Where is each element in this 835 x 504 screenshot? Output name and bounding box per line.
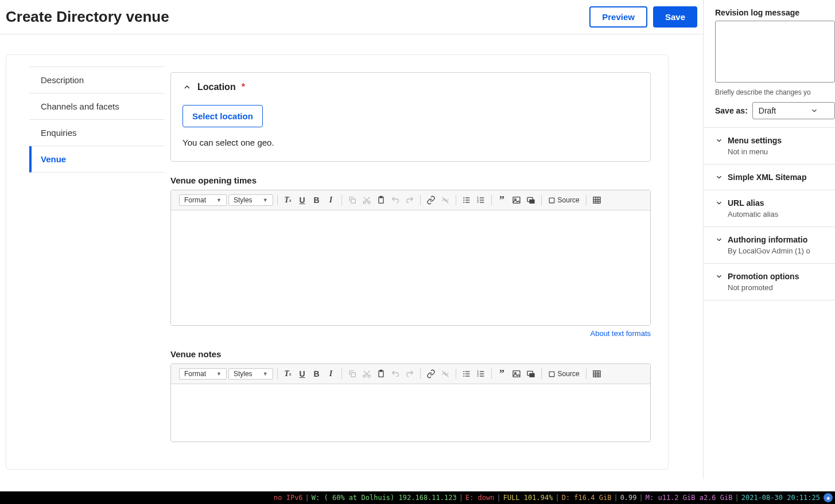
source-button[interactable]: Source [546,370,582,378]
bluetooth-icon[interactable]: ✱ [824,493,833,502]
link-icon[interactable] [425,194,437,206]
svg-rect-45 [480,371,484,372]
styles-dropdown[interactable]: Styles▼ [228,368,273,380]
svg-rect-19 [480,202,484,202]
table-icon[interactable] [591,194,603,206]
preview-button[interactable]: Preview [589,6,647,28]
accordion-subtitle: Not in menu [728,147,835,156]
svg-point-42 [463,376,464,377]
svg-rect-41 [465,373,469,374]
svg-rect-55 [593,371,600,377]
revision-log-textarea[interactable] [715,21,835,83]
cut-icon[interactable] [360,194,373,206]
image-icon[interactable] [510,368,523,380]
status-load: 0.99 [619,494,638,502]
tab-venue[interactable]: Venue [29,146,165,173]
required-mark: * [242,82,245,92]
bullet-list-icon[interactable] [460,368,473,380]
opening-times-editor: Format▼ Styles▼ Tx U B I [170,190,651,326]
status-datetime: 2021-08-30 20:11:25 [740,494,821,502]
tab-label: Enquiries [41,128,77,138]
number-list-icon[interactable]: 123 [475,194,487,206]
vertical-tabs: Description Channels and facets Enquirie… [6,55,165,469]
paste-icon[interactable] [375,368,387,380]
bold-icon[interactable]: B [310,194,323,206]
page-title: Create Directory venue [6,8,169,26]
opening-times-textarea[interactable] [171,210,650,325]
right-sidebar: Revision log message Briefly describe th… [703,0,835,479]
url-alias-accordion[interactable]: URL alias Automatic alias [704,190,835,227]
styles-dropdown[interactable]: Styles▼ [228,194,273,206]
italic-icon[interactable]: I [325,368,337,380]
tab-channels-facets[interactable]: Channels and facets [29,93,165,120]
promotion-options-accordion[interactable]: Promotion options Not promoted [704,264,835,300]
svg-point-12 [463,202,464,203]
location-help-text: You can select one geo. [182,138,639,147]
blockquote-icon[interactable]: ” [496,194,508,206]
chevron-down-icon [810,107,818,115]
venue-notes-textarea[interactable] [171,384,650,442]
number-list-icon[interactable]: 123 [475,368,487,380]
accordion-subtitle: Not promoted [728,283,835,292]
venue-notes-editor: Format▼ Styles▼ Tx U B I [170,364,651,442]
underline-icon[interactable]: U [296,194,309,206]
rte-toolbar: Format▼ Styles▼ Tx U B I [171,190,650,210]
location-fieldset: Location * Select location You can selec… [170,72,651,162]
save-as-select[interactable]: Draft [752,102,835,119]
italic-icon[interactable]: I [325,194,337,206]
tab-description[interactable]: Description [29,67,165,93]
svg-point-8 [463,197,464,198]
revision-log-label: Revision log message [715,8,835,17]
bold-icon[interactable]: B [310,368,323,380]
accordion-subtitle: Automatic alias [728,210,835,218]
save-as-value: Draft [759,106,776,115]
tab-enquiries[interactable]: Enquiries [29,120,165,146]
location-legend-toggle[interactable]: Location * [182,82,639,92]
svg-rect-13 [465,202,469,202]
unlink-icon[interactable] [439,194,452,206]
menu-settings-accordion[interactable]: Menu settings Not in menu [704,128,835,165]
source-button[interactable]: Source [546,196,582,204]
svg-text:3: 3 [477,374,479,377]
svg-rect-30 [351,373,355,377]
image-icon[interactable] [510,194,523,206]
table-icon[interactable] [591,368,603,380]
undo-icon[interactable] [389,194,402,206]
opening-times-label: Venue opening times [170,175,651,185]
link-icon[interactable] [425,368,437,380]
redo-icon[interactable] [403,194,416,206]
media-icon[interactable] [525,194,537,206]
accordion-title: Authoring informatio [728,235,807,244]
chevron-down-icon [715,173,723,181]
revision-log-desc: Briefly describe the changes yo [715,88,835,96]
redo-icon[interactable] [403,368,416,380]
blockquote-icon[interactable]: ” [496,368,508,380]
accordion-title: Menu settings [728,136,782,145]
svg-rect-54 [549,372,554,377]
xml-sitemap-accordion[interactable]: Simple XML Sitemap [704,165,835,190]
bullet-list-icon[interactable] [460,194,473,206]
remove-format-icon[interactable]: Tx [282,368,294,380]
opening-times-field: Venue opening times Format▼ Styles▼ Tx U… [170,175,651,338]
format-dropdown[interactable]: Format▼ [179,368,227,380]
media-icon[interactable] [525,368,537,380]
undo-icon[interactable] [389,368,402,380]
copy-icon[interactable] [346,194,359,206]
save-button[interactable]: Save [653,6,697,28]
format-dropdown[interactable]: Format▼ [179,194,227,206]
chevron-down-icon [715,136,723,144]
cut-icon[interactable] [360,368,373,380]
venue-notes-field: Venue notes Format▼ Styles▼ Tx U B I [170,349,651,442]
underline-icon[interactable]: U [296,368,309,380]
remove-format-icon[interactable]: Tx [282,194,294,206]
authoring-info-accordion[interactable]: Authoring informatio By LocalGov Admin (… [704,227,835,264]
select-location-button[interactable]: Select location [182,105,263,127]
svg-rect-24 [549,198,554,203]
save-as-label: Save as: [715,106,748,115]
about-text-formats-link[interactable]: About text formats [591,329,651,338]
svg-rect-17 [480,200,484,200]
paste-icon[interactable] [375,194,387,206]
unlink-icon[interactable] [439,368,452,380]
copy-icon[interactable] [346,368,359,380]
svg-rect-47 [480,373,484,374]
